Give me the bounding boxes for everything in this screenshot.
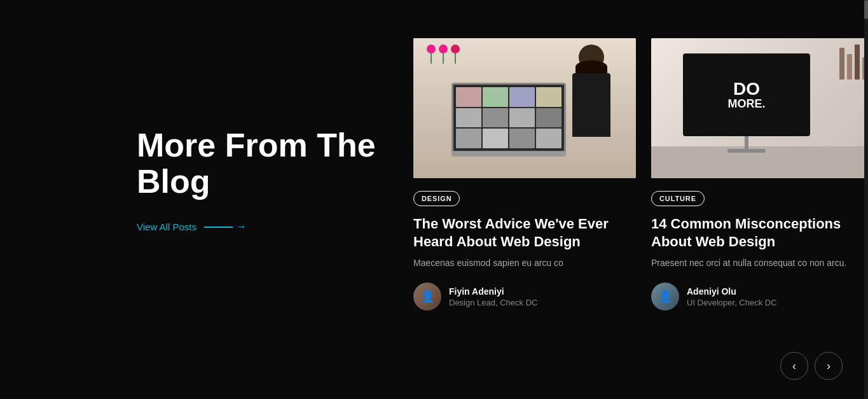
- author-name-1: Fiyin Adeniyi: [449, 286, 537, 297]
- category-badge-2: CULTURE: [651, 191, 705, 206]
- flowers-decoration: [426, 45, 460, 64]
- card-excerpt-1: Maecenas euismod sapien eu arcu co: [413, 256, 636, 270]
- nav-arrows: ‹ ›: [780, 352, 843, 380]
- scrollbar[interactable]: [864, 0, 868, 399]
- author-role-2: UI Developer, Check DC: [687, 298, 777, 307]
- prev-icon: ‹: [792, 360, 796, 373]
- section-title: More From The Blog: [137, 127, 413, 200]
- view-all-posts-link[interactable]: View All Posts →: [137, 220, 413, 234]
- blog-card-2: DO MORE. CULTURE 14 Com: [651, 38, 868, 311]
- arrow-icon: →: [204, 220, 247, 234]
- card-image-2: DO MORE.: [651, 38, 868, 178]
- card-title-1: The Worst Advice We've Ever Heard About …: [413, 215, 636, 250]
- author-role-1: Design Lead, Check DC: [449, 298, 537, 307]
- laptop-illustration: [451, 83, 579, 165]
- author-row-2: 👤 Adeniyi Olu UI Developer, Check DC: [651, 283, 868, 311]
- card-image-1: [413, 38, 636, 178]
- monitor-text-do: DO: [733, 80, 760, 98]
- page-container: More From The Blog View All Posts →: [0, 0, 868, 399]
- category-badge-1: DESIGN: [413, 191, 460, 206]
- author-name-2: Adeniyi Olu: [687, 286, 777, 297]
- author-info-2: Adeniyi Olu UI Developer, Check DC: [687, 286, 777, 307]
- author-row-1: 👤 Fiyin Adeniyi Design Lead, Check DC: [413, 283, 636, 311]
- monitor-text-more: MORE.: [727, 98, 765, 109]
- cards-section: DESIGN The Worst Advice We've Ever Heard…: [413, 0, 868, 399]
- prev-button[interactable]: ‹: [780, 352, 808, 380]
- blog-card-1: DESIGN The Worst Advice We've Ever Heard…: [413, 38, 636, 311]
- next-button[interactable]: ›: [815, 352, 843, 380]
- author-info-1: Fiyin Adeniyi Design Lead, Check DC: [449, 286, 537, 307]
- next-icon: ›: [827, 360, 830, 373]
- card-excerpt-2: Praesent nec orci at nulla consequat co …: [651, 256, 868, 270]
- author-avatar-1: 👤: [413, 283, 441, 311]
- author-avatar-2: 👤: [651, 283, 679, 311]
- shelf-decoration: [839, 45, 867, 80]
- card-title-2: 14 Common Misconceptions About Web Desig…: [651, 215, 868, 250]
- scrollbar-thumb: [864, 0, 868, 19]
- left-section: More From The Blog View All Posts →: [0, 0, 413, 399]
- monitor-illustration: DO MORE.: [683, 53, 810, 153]
